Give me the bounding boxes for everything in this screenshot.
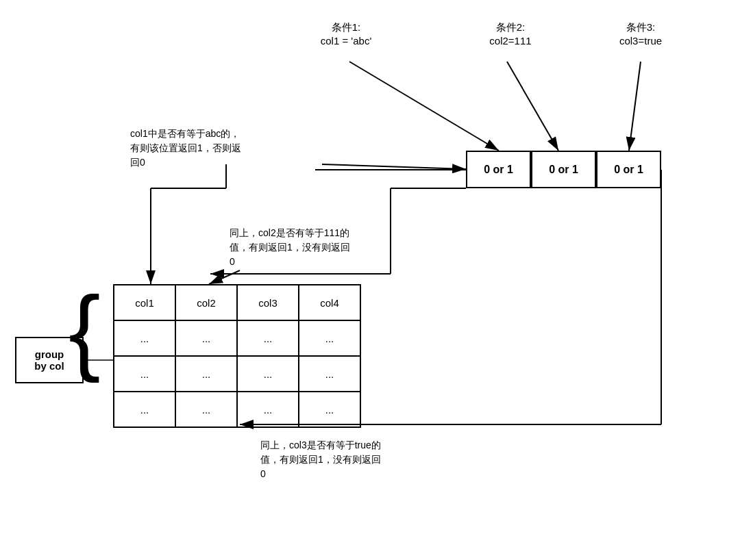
annotation2: 同上，col2是否有等于111的 值，有则返回1，没有则返回 0 (230, 226, 442, 269)
condition2-label: 条件2: col2=111 (466, 21, 555, 47)
condition1-label: 条件1: col1 = 'abc' (295, 21, 397, 47)
annotation3: 同上，col3是否有等于true的 值，有则返回1，没有则返回 0 (260, 438, 480, 481)
data-table: col1 col2 col3 col4 ... ... ... ... ... … (113, 284, 361, 428)
svg-line-1 (349, 62, 499, 151)
col-header-3: col3 (237, 285, 299, 320)
group-by-box: group by col (15, 337, 84, 383)
col-header-1: col1 (114, 285, 175, 320)
table-row: ... ... ... ... (114, 356, 360, 392)
or-box-3: 0 or 1 (596, 151, 661, 188)
diagram: 条件1: col1 = 'abc' 条件2: col2=111 条件3: col… (0, 0, 740, 560)
col-header-4: col4 (299, 285, 360, 320)
table-row: ... ... ... ... (114, 392, 360, 427)
or-box-2: 0 or 1 (531, 151, 596, 188)
table-row: ... ... ... ... (114, 320, 360, 356)
svg-line-9 (209, 270, 240, 284)
col-header-2: col2 (175, 285, 237, 320)
svg-line-7 (322, 164, 466, 169)
or-box-1: 0 or 1 (466, 151, 531, 188)
annotation1: col1中是否有等于abc的， 有则该位置返回1，否则返 回0 (130, 127, 322, 170)
condition3-label: 条件3: col3=true (596, 21, 685, 47)
svg-line-2 (507, 62, 558, 151)
svg-line-3 (629, 62, 641, 151)
